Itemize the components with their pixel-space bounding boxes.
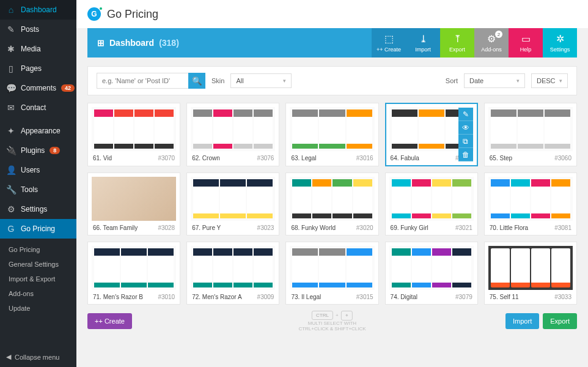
appearance-icon: ✦ bbox=[6, 126, 16, 136]
sidebar-item-plugins[interactable]: 🔌Plugins8 bbox=[0, 141, 76, 160]
settings-icon: ⚙ bbox=[6, 204, 16, 214]
go-pricing-logo-icon: G bbox=[87, 7, 101, 21]
table-card[interactable]: 63. Legal#3016 ✎ 👁 ⧉ 🗑 bbox=[285, 103, 378, 166]
delete-icon[interactable]: 🗑 bbox=[458, 148, 473, 161]
sidebar-item-posts[interactable]: ✎Posts bbox=[0, 20, 76, 39]
card-thumbnail bbox=[488, 246, 573, 290]
settings-icon: ✲ bbox=[556, 33, 564, 45]
export-button[interactable]: Export bbox=[543, 313, 577, 329]
table-card[interactable]: 69. Funky Girl#3021 ✎ 👁 ⧉ 🗑 bbox=[385, 172, 478, 235]
card-name: 65. Step bbox=[490, 155, 512, 161]
card-name: 66. Team Family bbox=[93, 224, 138, 231]
submenu-item[interactable]: Import & Export bbox=[0, 272, 76, 286]
sidebar-item-go-pricing[interactable]: GGo Pricing bbox=[0, 219, 76, 239]
sidebar-item-tools[interactable]: 🔧Tools bbox=[0, 180, 76, 199]
sidebar-item-label: Plugins bbox=[21, 146, 45, 155]
search-button[interactable]: 🔍 bbox=[188, 73, 205, 89]
table-card[interactable]: 64. Fabula#3039 ✎ 👁 ⧉ 🗑 bbox=[385, 103, 478, 166]
card-thumbnail bbox=[191, 177, 275, 221]
card-name: 73. Il Legal bbox=[291, 294, 321, 300]
table-card[interactable]: 62. Crown#3076 ✎ 👁 ⧉ 🗑 bbox=[186, 103, 279, 166]
export-icon: ⤒ bbox=[454, 33, 461, 45]
skin-select[interactable]: All▾ bbox=[230, 73, 292, 88]
card-name: 70. Little Flora bbox=[490, 224, 528, 231]
card-name: 71. Men's Razor B bbox=[93, 294, 143, 300]
help-action[interactable]: ▭Help bbox=[509, 28, 543, 57]
table-card[interactable]: 74. Digital#3079 ✎ 👁 ⧉ 🗑 bbox=[385, 242, 478, 305]
dashboard-icon: ⊞ bbox=[97, 38, 105, 48]
collapse-menu[interactable]: ◀Collapse menu bbox=[0, 347, 76, 367]
table-card[interactable]: 70. Little Flora#3081 ✎ 👁 ⧉ 🗑 bbox=[484, 172, 577, 235]
addons-action[interactable]: ⚙Add-ons bbox=[474, 28, 509, 57]
create-button[interactable]: ++ Create bbox=[87, 313, 132, 329]
card-id: #3070 bbox=[158, 155, 175, 161]
import-icon: ⤓ bbox=[419, 33, 427, 45]
sidebar-item-pages[interactable]: ▯Pages bbox=[0, 59, 76, 78]
users-icon: 👤 bbox=[6, 165, 16, 175]
submenu-item[interactable]: Update bbox=[0, 301, 76, 316]
card-name: 63. Legal bbox=[291, 155, 316, 161]
sidebar-item-appearance[interactable]: ✦Appearance bbox=[0, 121, 76, 141]
submenu-item[interactable]: General Settings bbox=[0, 257, 76, 272]
sidebar-item-dashboard[interactable]: ⌂Dashboard bbox=[0, 0, 76, 20]
table-card[interactable]: 66. Team Family#3028 ✎ 👁 ⧉ 🗑 bbox=[87, 172, 180, 235]
table-card[interactable]: 61. Vid#3070 ✎ 👁 ⧉ 🗑 bbox=[87, 103, 180, 166]
card-thumbnail bbox=[290, 246, 374, 290]
action-label: Settings bbox=[550, 46, 570, 53]
table-card[interactable]: 68. Funky World#3020 ✎ 👁 ⧉ 🗑 bbox=[285, 172, 378, 235]
submenu-item[interactable]: Add-ons bbox=[0, 286, 76, 301]
contact-icon: ✉ bbox=[6, 103, 16, 113]
table-card[interactable]: 75. Self 11#3033 ✎ 👁 ⧉ 🗑 bbox=[484, 242, 577, 305]
card-id: #3009 bbox=[257, 294, 274, 300]
table-card[interactable]: 71. Men's Razor B#3010 ✎ 👁 ⧉ 🗑 bbox=[87, 242, 180, 305]
copy-icon[interactable]: ⧉ bbox=[458, 135, 473, 148]
page-title: Go Pricing bbox=[107, 8, 158, 21]
table-card[interactable]: 65. Step#3060 ✎ 👁 ⧉ 🗑 bbox=[484, 103, 577, 166]
edit-icon[interactable]: ✎ bbox=[458, 108, 473, 121]
card-name: 62. Crown bbox=[192, 155, 220, 161]
sidebar-item-contact[interactable]: ✉Contact bbox=[0, 98, 76, 117]
pages-icon: ▯ bbox=[6, 64, 16, 73]
settings-action[interactable]: ✲Settings bbox=[543, 28, 577, 57]
card-thumbnail bbox=[92, 177, 176, 221]
chevron-down-icon: ▾ bbox=[559, 78, 562, 84]
card-id: #3079 bbox=[455, 294, 472, 300]
sidebar-item-users[interactable]: 👤Users bbox=[0, 160, 76, 180]
sidebar-item-label: Posts bbox=[21, 25, 39, 34]
create-action[interactable]: ⬚++ Create bbox=[372, 28, 406, 57]
sidebar-item-label: Media bbox=[21, 45, 41, 53]
direction-select[interactable]: DESC▾ bbox=[531, 73, 568, 88]
card-id: #3023 bbox=[257, 224, 274, 231]
sidebar-item-media[interactable]: ✱Media bbox=[0, 39, 76, 59]
table-card[interactable]: 67. Pure Y#3023 ✎ 👁 ⧉ 🗑 bbox=[186, 172, 279, 235]
sort-select[interactable]: Date▾ bbox=[464, 73, 525, 88]
view-icon[interactable]: 👁 bbox=[458, 121, 473, 135]
++ create-icon: ⬚ bbox=[384, 33, 394, 45]
sidebar-item-settings[interactable]: ⚙Settings bbox=[0, 199, 76, 219]
card-name: 68. Funky World bbox=[291, 224, 336, 231]
submenu-item[interactable]: Go Pricing bbox=[0, 242, 76, 257]
sidebar-item-comments[interactable]: 💬Comments42 bbox=[0, 78, 76, 98]
card-name: 72. Men's Razor A bbox=[192, 294, 241, 300]
import-button[interactable]: Import bbox=[505, 313, 539, 329]
card-thumbnail bbox=[92, 246, 176, 290]
sidebar-item-label: Contact bbox=[21, 103, 46, 112]
sort-label: Sort bbox=[446, 77, 458, 84]
table-card[interactable]: 72. Men's Razor A#3009 ✎ 👁 ⧉ 🗑 bbox=[186, 242, 279, 305]
export-action[interactable]: ⤒Export bbox=[440, 28, 474, 57]
dashboard-icon: ⌂ bbox=[6, 5, 16, 15]
search-input[interactable] bbox=[97, 73, 188, 89]
plugins-icon: 🔌 bbox=[6, 146, 16, 155]
card-id: #3016 bbox=[356, 155, 373, 161]
card-thumbnail bbox=[290, 107, 374, 151]
dashboard-bar: ⊞ Dashboard (318) ⬚++ Create⤓Import⤒Expo… bbox=[87, 28, 577, 57]
table-card[interactable]: 73. Il Legal#3015 ✎ 👁 ⧉ 🗑 bbox=[285, 242, 378, 305]
sidebar-item-label: Pages bbox=[21, 64, 42, 73]
skin-label: Skin bbox=[211, 77, 224, 84]
card-thumbnail bbox=[92, 107, 176, 151]
card-thumbnail bbox=[488, 177, 573, 221]
add-ons-icon: ⚙ bbox=[487, 33, 496, 45]
action-label: Import bbox=[415, 46, 431, 53]
import-action[interactable]: ⤓Import bbox=[406, 28, 440, 57]
card-thumbnail bbox=[488, 107, 573, 151]
